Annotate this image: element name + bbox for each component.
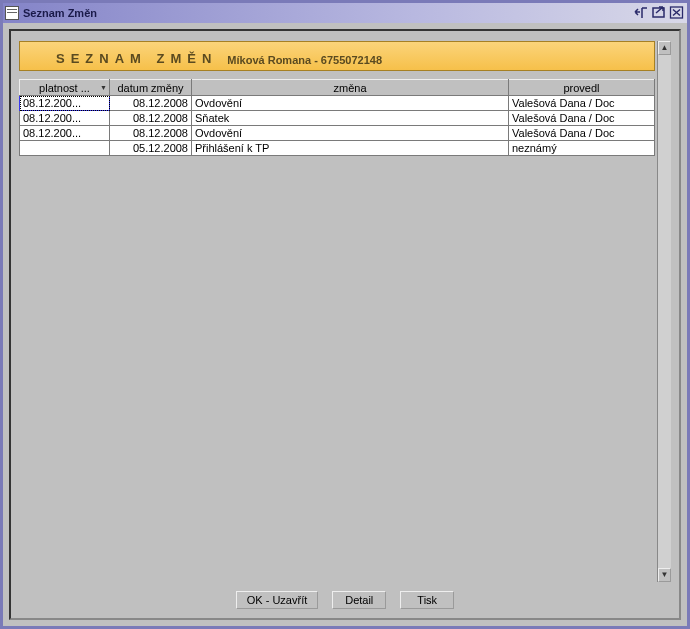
cell-provedl[interactable]: neznámý — [509, 141, 655, 156]
cell-datum[interactable]: 08.12.2008 — [110, 96, 192, 111]
ok-close-button[interactable]: OK - Uzavřít — [236, 591, 319, 609]
content-wrap: SEZNAM ZMĚN Míková Romana - 6755072148 p… — [11, 31, 679, 582]
col-header-datum[interactable]: datum změny — [110, 80, 192, 96]
cell-datum[interactable]: 08.12.2008 — [110, 126, 192, 141]
cell-datum[interactable]: 08.12.2008 — [110, 111, 192, 126]
col-header-platnost[interactable]: platnost ... ▼ — [20, 80, 110, 96]
window-title: Seznam Změn — [23, 7, 631, 19]
cell-provedl[interactable]: Valešová Dana / Doc — [509, 96, 655, 111]
table-row[interactable]: 08.12.200... 08.12.2008 Sňatek Valešová … — [20, 111, 655, 126]
table-row[interactable]: 08.12.200... 08.12.2008 Ovdovění Valešov… — [20, 96, 655, 111]
cell-zmena[interactable]: Přihlášení k TP — [192, 141, 509, 156]
table-header-row: platnost ... ▼ datum změny změna provedl — [20, 80, 655, 96]
close-icon[interactable] — [669, 6, 685, 20]
cell-platnost[interactable]: 08.12.200... — [20, 111, 110, 126]
sort-desc-icon: ▼ — [100, 84, 107, 91]
changes-table: platnost ... ▼ datum změny změna provedl… — [19, 79, 655, 156]
cell-zmena[interactable]: Sňatek — [192, 111, 509, 126]
button-bar: OK - Uzavřít Detail Tisk — [11, 582, 679, 618]
table-row[interactable]: 05.12.2008 Přihlášení k TP neznámý — [20, 141, 655, 156]
print-button[interactable]: Tisk — [400, 591, 454, 609]
cell-zmena[interactable]: Ovdovění — [192, 96, 509, 111]
table-row[interactable]: 08.12.200... 08.12.2008 Ovdovění Valešov… — [20, 126, 655, 141]
titlebar: Seznam Změn — [3, 3, 687, 23]
cell-platnost[interactable] — [20, 141, 110, 156]
cell-provedl[interactable]: Valešová Dana / Doc — [509, 126, 655, 141]
minimize-restore-icon[interactable] — [633, 6, 649, 20]
window-icon — [5, 6, 19, 20]
scroll-down-icon[interactable]: ▼ — [658, 568, 671, 582]
cell-platnost[interactable]: 08.12.200... — [20, 126, 110, 141]
inner-panel: SEZNAM ZMĚN Míková Romana - 6755072148 p… — [9, 29, 681, 620]
table-area: platnost ... ▼ datum změny změna provedl… — [19, 79, 655, 582]
cell-zmena[interactable]: Ovdovění — [192, 126, 509, 141]
scroll-up-icon[interactable]: ▲ — [658, 41, 671, 55]
banner-title: SEZNAM ZMĚN — [56, 51, 217, 66]
window-frame: Seznam Změn SEZNAM ZMĚN Míková Romana - … — [0, 0, 690, 629]
col-header-provedl[interactable]: provedl — [509, 80, 655, 96]
vertical-scrollbar[interactable]: ▲ ▼ — [657, 41, 671, 582]
maximize-icon[interactable] — [651, 6, 667, 20]
content-main: SEZNAM ZMĚN Míková Romana - 6755072148 p… — [19, 41, 655, 582]
cell-datum[interactable]: 05.12.2008 — [110, 141, 192, 156]
cell-provedl[interactable]: Valešová Dana / Doc — [509, 111, 655, 126]
cell-platnost[interactable]: 08.12.200... — [20, 96, 110, 111]
col-header-zmena[interactable]: změna — [192, 80, 509, 96]
detail-button[interactable]: Detail — [332, 591, 386, 609]
banner: SEZNAM ZMĚN Míková Romana - 6755072148 — [19, 41, 655, 71]
banner-subtitle: Míková Romana - 6755072148 — [227, 54, 382, 66]
